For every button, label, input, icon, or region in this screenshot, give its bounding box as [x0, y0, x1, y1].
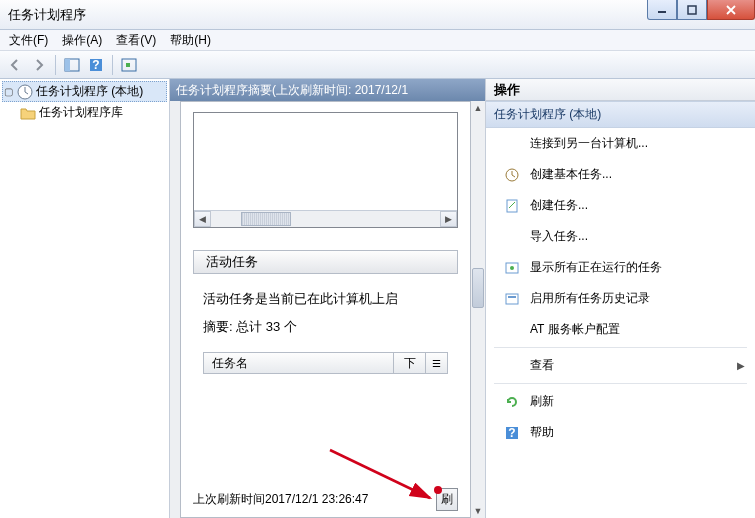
separator — [494, 347, 747, 348]
tree-root-label: 任务计划程序 (本地) — [36, 83, 143, 100]
active-tasks-summary: 摘要: 总计 33 个 — [193, 318, 458, 352]
separator — [494, 383, 747, 384]
action-help[interactable]: ? 帮助 — [486, 417, 755, 448]
main-area: ▢ 任务计划程序 (本地) 任务计划程序库 任务计划程序摘要(上次刷新时间: 2… — [0, 79, 755, 518]
toolbar: ? — [0, 51, 755, 79]
window-controls — [647, 0, 755, 20]
actions-body: 任务计划程序 (本地) 连接到另一台计算机... 创建基本任务... 创建任务.… — [486, 101, 755, 448]
action-refresh[interactable]: 刷新 — [486, 386, 755, 417]
back-icon[interactable] — [4, 54, 26, 76]
action-label: 显示所有正在运行的任务 — [530, 259, 662, 276]
blank-icon — [504, 136, 520, 152]
last-refresh-time: 上次刷新时间2017/12/1 23:26:47 — [193, 491, 368, 508]
refresh-icon — [504, 394, 520, 410]
svg-rect-14 — [508, 296, 516, 298]
actions-pane: 操作 任务计划程序 (本地) 连接到另一台计算机... 创建基本任务... 创建… — [485, 79, 755, 518]
running-icon — [504, 260, 520, 276]
center-header: 任务计划程序摘要(上次刷新时间: 2017/12/1 — [170, 79, 485, 101]
action-view[interactable]: 查看 ▶ — [486, 350, 755, 381]
actions-section-title: 任务计划程序 (本地) — [486, 101, 755, 128]
col-more-icon[interactable]: ☰ — [426, 352, 448, 374]
minimize-button[interactable] — [647, 0, 677, 20]
help-icon[interactable]: ? — [85, 54, 107, 76]
scroll-left-icon[interactable]: ◀ — [194, 211, 211, 227]
action-create-basic[interactable]: 创建基本任务... — [486, 159, 755, 190]
tree-expander-icon[interactable]: ▢ — [4, 86, 14, 97]
action-label: 创建任务... — [530, 197, 588, 214]
blank-icon — [504, 358, 520, 374]
history-icon — [504, 291, 520, 307]
scroll-thumb[interactable] — [241, 212, 291, 226]
menu-bar: 文件(F) 操作(A) 查看(V) 帮助(H) — [0, 30, 755, 51]
scroll-down-icon[interactable]: ▼ — [471, 504, 485, 518]
col-task-name[interactable]: 任务名 — [203, 352, 394, 374]
action-at-account[interactable]: AT 服务帐户配置 — [486, 314, 755, 345]
status-frame: ◀ ▶ — [193, 112, 458, 228]
scroll-track[interactable] — [211, 211, 440, 227]
action-enable-history[interactable]: 启用所有任务历史记录 — [486, 283, 755, 314]
col-next-run[interactable]: 下 — [394, 352, 426, 374]
svg-rect-0 — [658, 11, 666, 13]
svg-text:?: ? — [508, 426, 515, 440]
toolbar-separator — [112, 55, 113, 75]
center-scrollbar[interactable]: ▲ ▼ — [471, 101, 485, 518]
scroll-right-icon[interactable]: ▶ — [440, 211, 457, 227]
action-label: 连接到另一台计算机... — [530, 135, 648, 152]
action-connect[interactable]: 连接到另一台计算机... — [486, 128, 755, 159]
svg-rect-7 — [126, 63, 130, 67]
action-label: AT 服务帐户配置 — [530, 321, 620, 338]
tree-library-label: 任务计划程序库 — [39, 104, 123, 121]
action-label: 导入任务... — [530, 228, 588, 245]
center-inner: ◀ ▶ 活动任务 活动任务是当前已在此计算机上启 摘要: 总计 33 个 任务名… — [181, 102, 470, 517]
scheduler-icon — [17, 84, 33, 100]
menu-file[interactable]: 文件(F) — [2, 30, 55, 51]
tree-library[interactable]: 任务计划程序库 — [2, 102, 167, 123]
toolbar-separator — [55, 55, 56, 75]
action-label: 启用所有任务历史记录 — [530, 290, 650, 307]
center-footer: 上次刷新时间2017/12/1 23:26:47 刷 — [193, 488, 458, 511]
svg-rect-13 — [506, 294, 518, 304]
forward-icon[interactable] — [28, 54, 50, 76]
action-label: 刷新 — [530, 393, 554, 410]
scroll-up-icon[interactable]: ▲ — [471, 101, 485, 115]
svg-point-12 — [510, 266, 514, 270]
svg-rect-3 — [65, 59, 70, 71]
svg-rect-10 — [507, 200, 517, 212]
tree-pane: ▢ 任务计划程序 (本地) 任务计划程序库 — [0, 79, 170, 518]
scroll-thumb[interactable] — [472, 268, 484, 308]
blank-icon — [504, 322, 520, 338]
active-tasks-desc: 活动任务是当前已在此计算机上启 — [193, 284, 458, 318]
create-icon — [504, 198, 520, 214]
wizard-icon — [504, 167, 520, 183]
menu-view[interactable]: 查看(V) — [109, 30, 163, 51]
maximize-button[interactable] — [677, 0, 707, 20]
center-pane: 任务计划程序摘要(上次刷新时间: 2017/12/1 ▲ ▼ ◀ ▶ 活动任务 … — [170, 79, 485, 518]
action-import[interactable]: 导入任务... — [486, 221, 755, 252]
folder-icon — [20, 105, 36, 121]
status-hscroll[interactable]: ◀ ▶ — [194, 210, 457, 227]
action-show-running[interactable]: 显示所有正在运行的任务 — [486, 252, 755, 283]
window-title: 任务计划程序 — [8, 6, 86, 24]
menu-help[interactable]: 帮助(H) — [163, 30, 218, 51]
blank-icon — [504, 229, 520, 245]
properties-icon[interactable] — [118, 54, 140, 76]
action-label: 查看 — [530, 357, 554, 374]
action-label: 创建基本任务... — [530, 166, 612, 183]
action-label: 帮助 — [530, 424, 554, 441]
show-tree-icon[interactable] — [61, 54, 83, 76]
refresh-button[interactable]: 刷 — [436, 488, 458, 511]
task-table-header: 任务名 下 ☰ — [203, 352, 448, 374]
close-button[interactable] — [707, 0, 755, 20]
action-create[interactable]: 创建任务... — [486, 190, 755, 221]
tree-root[interactable]: ▢ 任务计划程序 (本地) — [2, 81, 167, 102]
svg-rect-1 — [688, 6, 696, 14]
center-body: ◀ ▶ 活动任务 活动任务是当前已在此计算机上启 摘要: 总计 33 个 任务名… — [180, 101, 471, 518]
active-tasks-header[interactable]: 活动任务 — [193, 250, 458, 274]
task-table: 任务名 下 ☰ — [203, 352, 448, 374]
menu-action[interactable]: 操作(A) — [55, 30, 109, 51]
chevron-right-icon: ▶ — [737, 360, 745, 371]
actions-header: 操作 — [486, 79, 755, 101]
window-titlebar: 任务计划程序 — [0, 0, 755, 30]
svg-text:?: ? — [92, 58, 99, 72]
help-icon: ? — [504, 425, 520, 441]
